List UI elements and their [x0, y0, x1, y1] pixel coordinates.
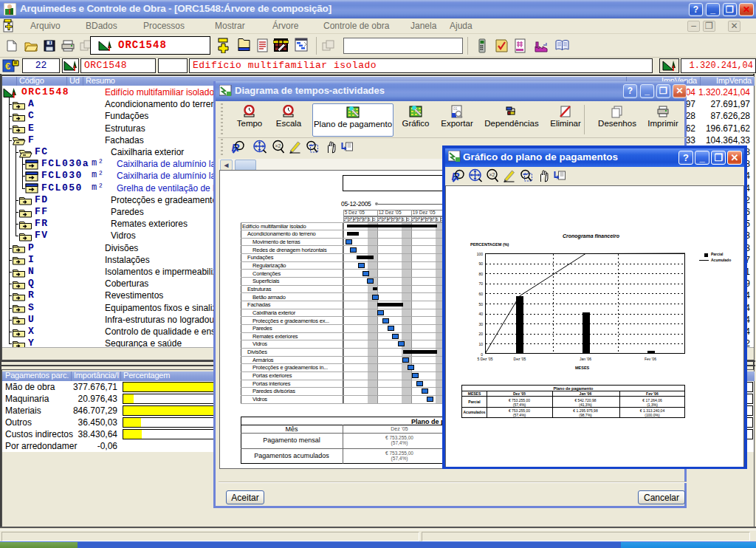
svg-text:01: 01 — [453, 106, 458, 111]
svg-text:×2: ×2 — [275, 143, 281, 148]
svg-text:€: € — [5, 61, 10, 72]
svg-text:×2: ×2 — [489, 172, 495, 177]
